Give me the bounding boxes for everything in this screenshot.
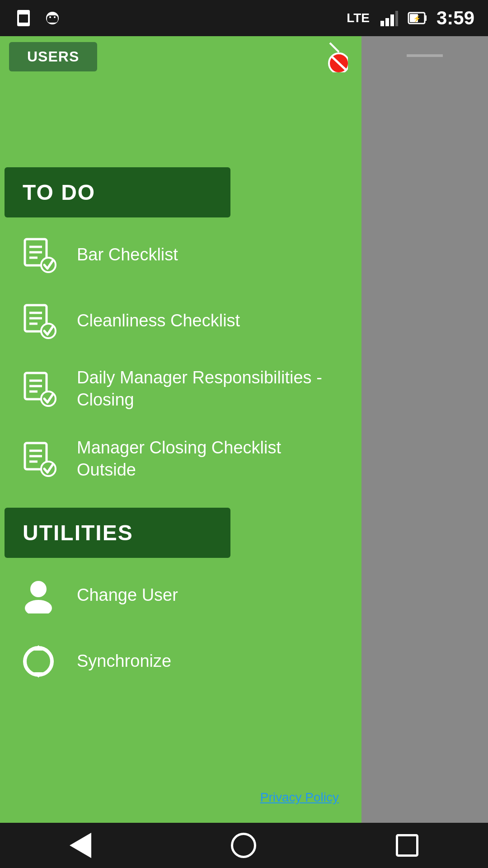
list-item[interactable]: Manager Closing Checklist Outside xyxy=(0,424,361,494)
clock: 3:59 xyxy=(436,7,474,29)
list-item[interactable]: Cleanliness Checklist xyxy=(0,288,361,354)
list-item[interactable]: Daily Manager Responsibilities - Closing xyxy=(0,354,361,424)
svg-point-4 xyxy=(49,16,51,18)
sim-icon xyxy=(14,8,33,28)
svg-rect-1 xyxy=(19,14,28,23)
svg-rect-3 xyxy=(47,15,58,23)
header-bar: USERS xyxy=(0,36,361,77)
battery-icon: ⚡ xyxy=(408,8,427,28)
cleanliness-checklist-label: Cleanliness Checklist xyxy=(77,310,240,332)
users-button[interactable]: USERS xyxy=(9,42,97,71)
svg-rect-9 xyxy=(395,11,398,26)
daily-manager-label: Daily Manager Responsibilities - Closing xyxy=(77,367,343,411)
svg-point-5 xyxy=(54,16,56,18)
todo-section-header: TO DO xyxy=(5,167,230,217)
back-button[interactable] xyxy=(70,833,91,858)
checklist-check-icon xyxy=(18,368,59,409)
panel-line xyxy=(407,54,443,57)
main-content: USERS TO DO Bar Check xyxy=(0,36,361,832)
block-icon[interactable] xyxy=(316,41,348,72)
bar-checklist-label: Bar Checklist xyxy=(77,244,178,266)
svg-text:⚡: ⚡ xyxy=(413,15,421,23)
sync-icon xyxy=(18,641,59,682)
privacy-policy-link[interactable]: Privacy Policy xyxy=(260,790,339,805)
header-spacer xyxy=(0,77,361,167)
synchronize-label: Synchronize xyxy=(77,650,171,672)
checklist-check-icon xyxy=(18,439,59,479)
home-button[interactable] xyxy=(231,833,256,858)
status-left-icons xyxy=(14,8,62,28)
list-item[interactable]: Synchronize xyxy=(0,628,361,694)
checklist-check-icon xyxy=(18,235,59,275)
status-bar: LTE ⚡ 3:59 xyxy=(0,0,488,36)
right-panel xyxy=(361,36,488,832)
user-icon xyxy=(18,575,59,616)
todo-header-text: TO DO xyxy=(23,180,95,204)
status-right: LTE ⚡ 3:59 xyxy=(347,7,474,29)
manager-closing-label: Manager Closing Checklist Outside xyxy=(77,437,343,481)
svg-rect-6 xyxy=(380,21,384,26)
bottom-nav xyxy=(0,823,488,868)
signal-icon xyxy=(379,8,399,28)
svg-rect-11 xyxy=(425,15,427,21)
list-item[interactable]: Change User xyxy=(0,562,361,628)
svg-line-14 xyxy=(330,43,339,52)
svg-point-38 xyxy=(30,581,47,597)
utilities-section-header: UTILITIES xyxy=(5,508,230,558)
svg-point-39 xyxy=(25,600,52,613)
android-icon xyxy=(42,8,62,28)
svg-rect-7 xyxy=(385,18,389,26)
svg-rect-8 xyxy=(390,14,394,26)
checklist-check-icon xyxy=(18,301,59,341)
recents-button[interactable] xyxy=(396,834,418,857)
list-item[interactable]: Bar Checklist xyxy=(0,222,361,288)
change-user-label: Change User xyxy=(77,584,178,606)
lte-label: LTE xyxy=(347,11,370,25)
utilities-header-text: UTILITIES xyxy=(23,521,133,545)
